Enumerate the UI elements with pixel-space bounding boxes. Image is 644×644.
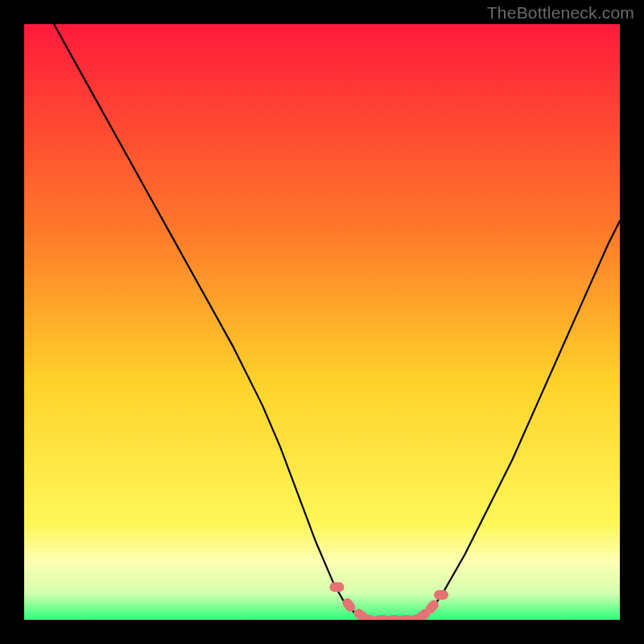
chart-frame: TheBottleneck.com bbox=[0, 0, 644, 644]
plot-svg bbox=[24, 24, 620, 620]
watermark-text: TheBottleneck.com bbox=[487, 3, 634, 23]
gradient-backdrop bbox=[24, 24, 620, 620]
bottleneck-plot bbox=[24, 24, 620, 620]
marker-point bbox=[330, 582, 345, 592]
marker-point bbox=[434, 590, 448, 600]
